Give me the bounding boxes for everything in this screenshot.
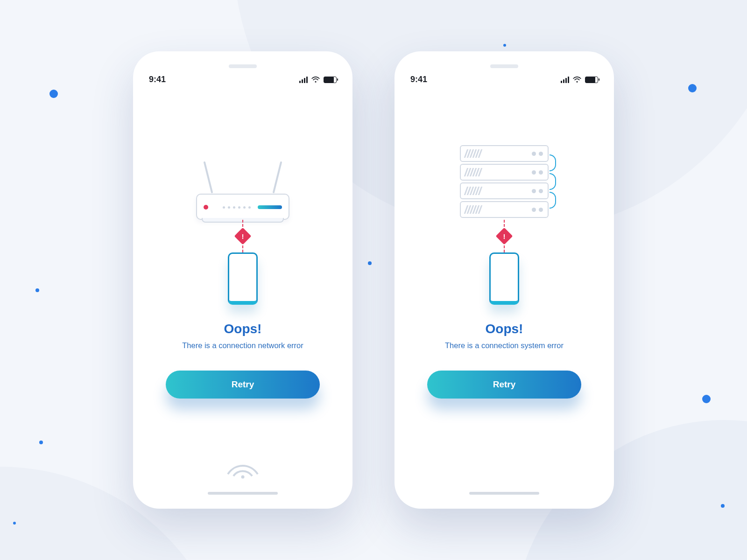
battery-icon [324, 77, 337, 83]
retry-button[interactable]: Retry [166, 371, 320, 399]
error-title: Oops! [486, 322, 523, 336]
phone-device-icon [489, 252, 519, 305]
status-time: 9:41 [410, 75, 427, 84]
router-illustration [196, 136, 289, 220]
cellular-signal-icon [561, 77, 569, 83]
cellular-signal-icon [299, 77, 308, 83]
wifi-icon [573, 77, 581, 83]
status-right [299, 77, 337, 83]
status-bar: 9:41 [149, 75, 337, 84]
server-illustration [460, 136, 549, 220]
home-indicator [469, 492, 539, 495]
status-bar: 9:41 [410, 75, 598, 84]
svg-point-0 [315, 81, 317, 82]
status-time: 9:41 [149, 75, 166, 84]
phone-speaker [229, 64, 257, 68]
error-diamond-icon: ! [496, 228, 513, 245]
svg-point-2 [577, 81, 578, 82]
status-right [561, 77, 598, 83]
error-subtitle: There is a connection network error [182, 341, 303, 350]
error-diamond-icon: ! [234, 228, 252, 245]
wifi-icon [311, 77, 320, 83]
wifi-signal-icon [224, 455, 261, 479]
phone-device-icon [228, 252, 258, 305]
battery-icon [585, 77, 598, 83]
home-indicator [208, 492, 278, 495]
phone-mockup-network-error: 9:41 [133, 51, 352, 509]
phone-speaker [490, 64, 518, 68]
svg-point-1 [241, 476, 245, 479]
error-title: Oops! [224, 322, 262, 336]
error-subtitle: There is a connection system error [445, 341, 564, 350]
connection-error-indicator: ! [498, 220, 510, 252]
connection-error-indicator: ! [237, 220, 249, 252]
phone-mockup-system-error: 9:41 [395, 51, 614, 509]
retry-button[interactable]: Retry [427, 371, 581, 399]
